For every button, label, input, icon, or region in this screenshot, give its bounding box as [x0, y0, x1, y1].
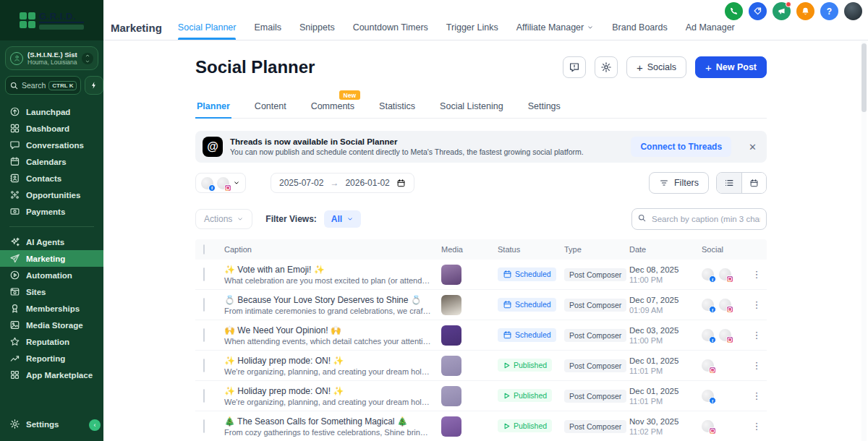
table-row[interactable]: 🎄 The Season Calls for Something Magical… — [195, 411, 767, 441]
post-caption-title: 🙌 We Need Your Opinion! 🙌 — [224, 325, 431, 335]
filter-icon — [659, 178, 669, 188]
sidebar-item-launchpad[interactable]: Launchpad — [0, 103, 103, 120]
feedback-button[interactable] — [563, 56, 586, 78]
connect-to-threads-button[interactable]: Connect to Threads — [631, 137, 731, 157]
sidebar-item-conversations[interactable]: Conversations — [0, 137, 103, 153]
sidebar-item-marketing[interactable]: Marketing — [0, 250, 103, 267]
banner-close-icon[interactable]: ✕ — [749, 142, 757, 153]
banner-title: Threads is now available in Social Plann… — [230, 137, 584, 146]
sidebar-item-settings[interactable]: Settings — [0, 416, 103, 432]
sidebar-item-ai-agents[interactable]: AI Agents — [0, 234, 103, 250]
calendar-view-button[interactable] — [741, 173, 766, 193]
table-row[interactable]: ✨ Holiday prep mode: ON! ✨We're organizi… — [195, 351, 767, 381]
table-row[interactable]: 💍 Because Your Love Story Deserves to Sh… — [195, 290, 767, 320]
topnav-tab-social-planner[interactable]: Social Planner — [178, 15, 237, 40]
actions-dropdown[interactable]: Actions — [195, 209, 252, 229]
user-avatar[interactable] — [844, 2, 862, 20]
reputation-icon — [9, 336, 20, 347]
sidebar-item-reputation[interactable]: Reputation — [0, 333, 103, 350]
sidebar-item-memberships[interactable]: Memberships — [0, 300, 103, 317]
post-time: 11:01 PM — [629, 367, 702, 375]
list-view-button[interactable] — [717, 173, 741, 193]
quick-actions-button[interactable] — [85, 76, 103, 95]
sidebar-item-automation[interactable]: Automation — [0, 267, 103, 283]
sidebar-item-calendars[interactable]: Calendars — [0, 153, 103, 170]
ticket-icon[interactable] — [749, 2, 767, 20]
sidebar-search-input[interactable]: Search CTRL K — [5, 76, 81, 95]
sidebar-item-label: Sites — [26, 288, 46, 296]
media-thumbnail[interactable] — [441, 356, 461, 376]
socials-button[interactable]: + Socials — [626, 56, 686, 78]
sidebar-collapse-button[interactable]: ‹ — [89, 419, 101, 431]
facebook-account-avatar: f — [201, 177, 213, 189]
row-checkbox[interactable] — [203, 328, 205, 342]
row-menu-button[interactable]: ⋮ — [746, 269, 767, 280]
workspace-location: Houma, Louisiana — [27, 59, 77, 66]
tab-comments[interactable]: CommentsNew — [310, 97, 356, 118]
row-checkbox[interactable] — [203, 359, 205, 372]
sidebar-item-app-marketplace[interactable]: App Marketplace — [0, 367, 103, 383]
arrow-right-icon: → — [330, 178, 339, 188]
tab-social-listening[interactable]: Social Listening — [438, 97, 505, 118]
help-icon[interactable]: ? — [820, 2, 838, 20]
sidebar-item-opportunities[interactable]: Opportunities — [0, 187, 103, 203]
topnav-tab-snippets[interactable]: Snippets — [299, 15, 335, 40]
list-icon — [724, 178, 734, 188]
topnav-tab-emails[interactable]: Emails — [254, 15, 281, 40]
tab-settings[interactable]: Settings — [527, 97, 562, 118]
row-checkbox[interactable] — [203, 267, 205, 281]
filter-views-dropdown[interactable]: All — [324, 210, 361, 228]
scrollbar-thumb[interactable] — [861, 43, 867, 112]
table-row[interactable]: ✨ Holiday prep mode: ON! ✨We're organizi… — [195, 381, 767, 411]
table-row[interactable]: 🙌 We Need Your Opinion! 🙌When attending … — [195, 320, 767, 351]
topnav-tab-countdown-timers[interactable]: Countdown Timers — [353, 15, 428, 40]
topnav-tab-trigger-links[interactable]: Trigger Links — [446, 15, 498, 40]
row-checkbox[interactable] — [203, 419, 205, 433]
new-post-button[interactable]: + New Post — [695, 56, 767, 78]
date-from: 2025-07-02 — [279, 178, 323, 188]
sidebar-item-label: Automation — [26, 271, 72, 280]
tab-statistics[interactable]: Statistics — [378, 97, 417, 118]
sidebar-item-contacts[interactable]: Contacts — [0, 170, 103, 187]
contacts-icon — [9, 173, 20, 184]
tab-planner[interactable]: Planner — [195, 97, 231, 118]
date-to: 2026-01-02 — [345, 178, 389, 188]
row-menu-button[interactable]: ⋮ — [746, 421, 767, 432]
row-menu-button[interactable]: ⋮ — [746, 390, 767, 401]
media-thumbnail[interactable] — [441, 416, 461, 437]
filters-button[interactable]: Filters — [649, 172, 709, 194]
workspace-switcher[interactable]: (S.H.I.N.E.) Sisters ... Houma, Louisian… — [5, 46, 98, 70]
media-thumbnail[interactable] — [441, 325, 461, 346]
sidebar-item-payments[interactable]: Payments — [0, 203, 103, 220]
topnav-section[interactable]: Marketing — [111, 22, 162, 34]
media-thumbnail[interactable] — [441, 265, 461, 285]
sidebar-item-dashboard[interactable]: Dashboard — [0, 120, 103, 137]
media-storage-icon — [9, 320, 20, 330]
tab-content[interactable]: Content — [253, 97, 288, 118]
table-row[interactable]: ✨ Vote with an Emoji! ✨What celebration … — [195, 260, 767, 290]
sidebar-item-media-storage[interactable]: Media Storage — [0, 317, 103, 333]
row-menu-button[interactable]: ⋮ — [746, 299, 767, 310]
row-menu-button[interactable]: ⋮ — [746, 330, 767, 341]
account-filter-pill[interactable]: f — [195, 173, 246, 193]
select-all-checkbox[interactable] — [203, 244, 205, 254]
media-thumbnail[interactable] — [441, 386, 461, 406]
row-menu-button[interactable]: ⋮ — [746, 360, 767, 371]
topnav-tab-affiliate-manager[interactable]: Affiliate Manager — [516, 15, 595, 40]
chevron-down-icon — [237, 215, 244, 223]
bell-icon[interactable] — [796, 2, 814, 20]
search-icon — [9, 81, 19, 90]
phone-icon[interactable] — [725, 2, 743, 20]
caption-search-input[interactable] — [631, 208, 767, 230]
type-badge: Post Composer — [564, 268, 626, 281]
sidebar-item-sites[interactable]: Sites — [0, 283, 103, 300]
row-checkbox[interactable] — [203, 389, 205, 403]
topnav-tab-brand-boards[interactable]: Brand Boards — [612, 15, 667, 40]
date-range-picker[interactable]: 2025-07-02 → 2026-01-02 — [271, 173, 414, 193]
planner-settings-button[interactable] — [595, 56, 618, 78]
row-checkbox[interactable] — [203, 298, 205, 312]
media-thumbnail[interactable] — [441, 295, 461, 315]
sidebar-item-reporting[interactable]: Reporting — [0, 350, 103, 367]
chevron-down-icon — [346, 215, 354, 223]
megaphone-icon[interactable] — [773, 2, 791, 20]
